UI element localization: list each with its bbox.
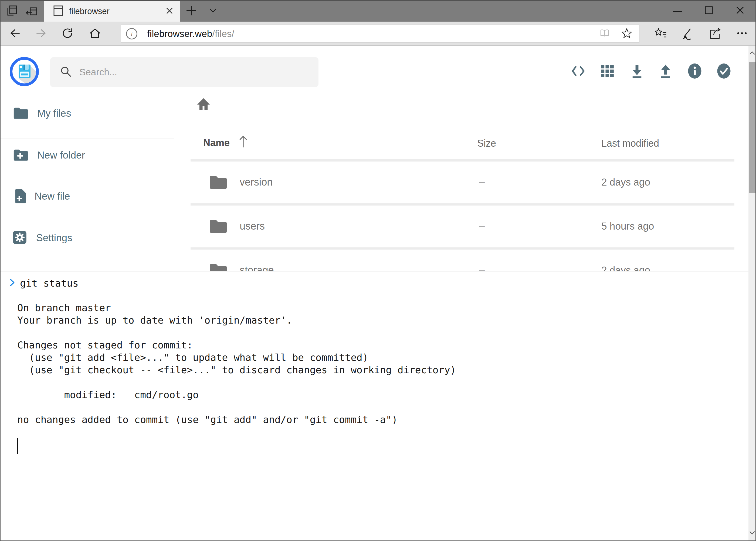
chevron-up-icon xyxy=(749,51,755,56)
column-header-name[interactable]: Name xyxy=(203,137,230,149)
maximize-icon xyxy=(704,6,713,16)
sidebar-item-new-folder[interactable]: New folder xyxy=(0,143,174,168)
annotate-pen-button[interactable] xyxy=(680,26,695,41)
back-button[interactable] xyxy=(8,26,23,41)
shell-output-line: Changes not staged for commit: xyxy=(0,339,748,351)
annotate-pen-icon xyxy=(680,26,694,41)
scroll-up-button[interactable] xyxy=(748,46,756,61)
shell-output-line: Your branch is up to date with 'origin/m… xyxy=(0,314,748,326)
file-name: users xyxy=(240,221,265,232)
search-icon xyxy=(60,66,72,79)
file-row[interactable]: version – 2 days ago xyxy=(190,162,734,204)
forward-button[interactable] xyxy=(34,26,49,41)
shell-output-line xyxy=(0,401,748,413)
shell-output-line: modified: cmd/root.go xyxy=(0,389,748,401)
set-tabs-aside-button[interactable] xyxy=(24,4,39,18)
shell-panel[interactable]: git status On branch master Your branch … xyxy=(0,271,748,541)
search-bar[interactable] xyxy=(50,57,319,87)
reading-view-icon[interactable] xyxy=(598,27,611,41)
home-icon xyxy=(88,26,102,41)
favorite-star-icon[interactable] xyxy=(621,27,633,41)
sidebar-item-settings[interactable]: Settings xyxy=(0,226,174,251)
browser-window: filebrowser xyxy=(0,0,756,541)
listing-divider xyxy=(195,125,734,125)
url-text[interactable]: filebrowser.web/files/ xyxy=(147,28,234,39)
file-size: – xyxy=(479,221,485,232)
grid-view-icon xyxy=(600,64,614,79)
sidebar-item-my-files[interactable]: My files xyxy=(0,101,174,126)
sidebar-divider xyxy=(0,218,174,218)
sidebar-item-label: New file xyxy=(35,191,70,202)
file-modified: 2 days ago xyxy=(601,177,650,188)
close-button[interactable] xyxy=(726,3,754,19)
shell-output-line: (use "git add <file>..." to update what … xyxy=(0,351,748,364)
refresh-button[interactable] xyxy=(60,26,75,41)
shell-output-line xyxy=(0,376,748,389)
file-row[interactable]: users – 5 hours ago xyxy=(190,206,734,248)
sidebar-item-label: My files xyxy=(37,108,71,119)
sidebar-item-label: New folder xyxy=(37,150,85,161)
tab-preview-button[interactable] xyxy=(5,4,19,18)
row-separator xyxy=(190,204,734,206)
back-icon xyxy=(8,26,22,41)
breadcrumb-home-button[interactable] xyxy=(195,96,212,114)
share-button[interactable] xyxy=(707,26,722,41)
download-button[interactable] xyxy=(629,63,645,80)
minimize-icon xyxy=(673,8,682,13)
file-modified: 5 hours ago xyxy=(601,221,654,232)
row-separator xyxy=(190,159,734,162)
new-tab-button[interactable] xyxy=(184,4,199,18)
page-scrollbar[interactable] xyxy=(748,46,756,541)
tab-list-button[interactable] xyxy=(206,4,220,18)
site-info-icon[interactable]: i xyxy=(126,28,137,39)
upload-button[interactable] xyxy=(657,63,674,80)
app-logo[interactable] xyxy=(10,57,39,87)
more-options-button[interactable] xyxy=(735,26,750,41)
tab-preview-icon xyxy=(6,4,19,18)
file-size: – xyxy=(479,176,485,188)
sidebar-item-label: Settings xyxy=(36,232,72,244)
file-name: version xyxy=(240,176,273,188)
scrollbar-thumb[interactable] xyxy=(749,62,756,193)
shell-output-line xyxy=(0,289,748,302)
more-options-icon xyxy=(735,26,749,41)
settings-gear-icon xyxy=(12,230,27,246)
tab-title: filebrowser xyxy=(69,6,159,16)
row-separator xyxy=(190,248,734,250)
share-icon xyxy=(708,26,722,41)
set-tabs-aside-icon xyxy=(25,4,38,18)
chevron-prompt-icon xyxy=(8,277,16,289)
hub-button[interactable] xyxy=(653,26,668,41)
select-multiple-button[interactable] xyxy=(715,63,732,80)
scroll-down-button[interactable] xyxy=(748,526,756,541)
column-header-modified[interactable]: Last modified xyxy=(601,138,659,149)
browser-tab[interactable]: filebrowser xyxy=(44,1,180,22)
sort-ascending-arrow-icon[interactable] xyxy=(237,135,249,150)
page-icon xyxy=(54,5,63,18)
tab-list-chevron-icon xyxy=(207,5,219,18)
chevron-down-icon xyxy=(749,531,755,536)
maximize-button[interactable] xyxy=(695,3,723,19)
address-bar[interactable]: i filebrowser.web/files/ xyxy=(121,25,639,43)
sidebar-item-new-file[interactable]: New file xyxy=(0,184,174,209)
minimize-button[interactable] xyxy=(663,3,691,19)
shell-toggle-button[interactable] xyxy=(570,63,587,80)
tab-close-icon[interactable] xyxy=(165,6,174,16)
url-host: filebrowser.web xyxy=(147,28,212,39)
upload-icon xyxy=(658,64,672,79)
hub-icon xyxy=(654,26,668,41)
column-header-size[interactable]: Size xyxy=(477,138,496,149)
info-button[interactable] xyxy=(686,63,703,80)
forward-icon xyxy=(34,26,48,41)
shell-output-line xyxy=(0,326,748,339)
search-input[interactable] xyxy=(79,66,296,78)
breadcrumb-home-icon xyxy=(196,97,211,113)
text-cursor xyxy=(17,438,18,454)
refresh-icon xyxy=(61,26,75,41)
download-icon xyxy=(630,64,644,79)
shell-toggle-icon xyxy=(570,65,586,78)
grid-view-button[interactable] xyxy=(599,63,616,80)
create-file-icon xyxy=(14,188,26,205)
shell-output-line: no changes added to commit (use "git add… xyxy=(0,413,748,426)
home-button[interactable] xyxy=(88,26,103,41)
